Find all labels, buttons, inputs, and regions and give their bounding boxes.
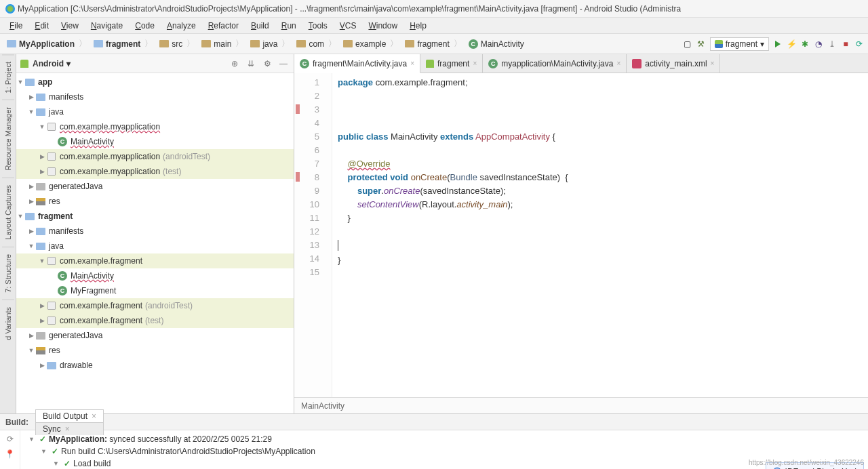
tree-twisty-icon[interactable]: ▶ bbox=[27, 183, 35, 190]
project-view-selector[interactable]: Android ▾ bbox=[33, 59, 71, 68]
tree-node-generatedjava[interactable]: ▶generatedJava bbox=[16, 328, 294, 343]
tree-node-drawable[interactable]: ▶drawable bbox=[16, 358, 294, 373]
menu-build[interactable]: Build bbox=[245, 19, 275, 33]
breadcrumb-main[interactable]: main〉 bbox=[199, 37, 246, 51]
tree-node-manifests[interactable]: ▶manifests bbox=[16, 89, 294, 104]
tree-twisty-icon[interactable]: ▼ bbox=[38, 258, 46, 264]
tree-twisty-icon[interactable]: ▶ bbox=[27, 94, 35, 100]
close-build-tab-icon[interactable]: × bbox=[92, 411, 96, 421]
close-tab-icon[interactable]: × bbox=[711, 60, 715, 67]
sidebar-tab-d-variants[interactable]: d Variants bbox=[2, 300, 14, 347]
tree-node-app[interactable]: ▼app bbox=[16, 75, 294, 89]
tree-twisty-icon[interactable]: ▼ bbox=[16, 213, 24, 220]
hide-panel-icon[interactable]: — bbox=[277, 58, 290, 70]
editor-breadcrumb-item[interactable]: MainActivity bbox=[301, 401, 344, 411]
code-line[interactable]: @Override bbox=[338, 157, 863, 171]
menu-help[interactable]: Help bbox=[404, 19, 432, 33]
twisty-icon[interactable]: ▼ bbox=[53, 457, 61, 469]
tree-node-java[interactable]: ▼java bbox=[16, 239, 294, 253]
tree-node-com-example-fragment[interactable]: ▶com.example.fragment(test) bbox=[16, 313, 294, 328]
breadcrumb-example[interactable]: example〉 bbox=[340, 37, 401, 51]
menu-navigate[interactable]: Navigate bbox=[85, 19, 128, 33]
menu-file[interactable]: File bbox=[4, 19, 28, 33]
code-line[interactable] bbox=[338, 103, 863, 117]
code-line[interactable]: } bbox=[338, 253, 863, 267]
tree-node-mainactivity[interactable]: CMainActivity bbox=[16, 134, 294, 149]
tree-twisty-icon[interactable]: ▶ bbox=[38, 153, 46, 160]
stop-button[interactable]: ■ bbox=[841, 39, 850, 49]
code-line[interactable] bbox=[338, 267, 863, 281]
tree-node-com-example-fragment[interactable]: ▶com.example.fragment(androidTest) bbox=[16, 298, 294, 313]
sidebar-tab-7-structure[interactable]: 7: Structure bbox=[2, 247, 14, 300]
menu-window[interactable]: Window bbox=[363, 19, 403, 33]
pin-icon[interactable]: 📍 bbox=[5, 449, 15, 459]
tree-twisty-icon[interactable]: ▶ bbox=[38, 317, 46, 324]
menu-edit[interactable]: Edit bbox=[29, 19, 54, 33]
tree-node-fragment[interactable]: ▼fragment bbox=[16, 209, 294, 224]
breadcrumb-mainactivity[interactable]: CMainActivity bbox=[466, 38, 527, 50]
scroll-to-source-icon[interactable]: ⊕ bbox=[229, 58, 241, 70]
close-tab-icon[interactable]: × bbox=[473, 60, 477, 67]
build-tab-build-output[interactable]: Build Output× bbox=[35, 409, 104, 422]
sidebar-tab-resource-manager[interactable]: Resource Manager bbox=[2, 100, 14, 178]
debug-button[interactable]: ✱ bbox=[800, 39, 810, 49]
twisty-icon[interactable]: ▼ bbox=[28, 433, 37, 445]
code-content[interactable]: package com.example.fragment; public cla… bbox=[332, 73, 868, 397]
tree-twisty-icon[interactable]: ▼ bbox=[16, 79, 24, 85]
code-line[interactable] bbox=[338, 225, 863, 239]
tree-node-myfragment[interactable]: CMyFragment bbox=[16, 283, 294, 298]
tree-node-generatedjava[interactable]: ▶generatedJava bbox=[16, 179, 294, 194]
sidebar-tab-1-project[interactable]: 1: Project bbox=[2, 54, 14, 100]
device-target-icon[interactable]: ▢ bbox=[683, 39, 692, 49]
breadcrumb-myapplication[interactable]: MyApplication〉 bbox=[4, 37, 90, 51]
code-line[interactable]: public class MainActivity extends AppCom… bbox=[338, 130, 863, 144]
code-line[interactable] bbox=[338, 239, 863, 253]
build-row[interactable]: ▼✓Run build C:\Users\Administrator\Andro… bbox=[26, 445, 863, 457]
attach-debugger-icon[interactable]: ⤓ bbox=[827, 39, 837, 49]
menu-view[interactable]: View bbox=[56, 19, 84, 33]
close-tab-icon[interactable]: × bbox=[410, 60, 414, 67]
hammer-build-icon[interactable]: ⚒ bbox=[696, 39, 706, 49]
project-tree[interactable]: ▼app▶manifests▼java▼com.example.myapplic… bbox=[16, 73, 294, 413]
tree-node-com-example-myapplication[interactable]: ▶com.example.myapplication(test) bbox=[16, 164, 294, 179]
code-line[interactable]: setContentView(R.layout.activity_main); bbox=[338, 198, 863, 211]
tree-twisty-icon[interactable]: ▶ bbox=[27, 228, 35, 234]
build-row[interactable]: ▼✓Load build bbox=[26, 457, 863, 469]
breadcrumb-src[interactable]: src〉 bbox=[157, 37, 197, 51]
build-row[interactable]: ▼✓MyApplication: synced successfully at … bbox=[26, 433, 863, 445]
tree-twisty-icon[interactable]: ▼ bbox=[27, 108, 35, 115]
sync-project-icon[interactable]: ⟳ bbox=[854, 39, 864, 49]
tree-node-res[interactable]: ▶res bbox=[16, 194, 294, 209]
tree-node-java[interactable]: ▼java bbox=[16, 104, 294, 119]
tree-node-com-example-myapplication[interactable]: ▶com.example.myapplication(androidTest) bbox=[16, 149, 294, 164]
build-output-tree[interactable]: ▼✓MyApplication: synced successfully at … bbox=[20, 430, 868, 469]
tree-node-res[interactable]: ▼res bbox=[16, 343, 294, 358]
apply-changes-icon[interactable]: ⚡ bbox=[787, 39, 796, 49]
breadcrumb-com[interactable]: com〉 bbox=[294, 37, 339, 51]
code-line[interactable]: super.onCreate(savedInstanceState); bbox=[338, 184, 863, 198]
code-line[interactable] bbox=[338, 117, 863, 130]
sidebar-tab-layout-captures[interactable]: Layout Captures bbox=[2, 178, 14, 247]
close-tab-icon[interactable]: × bbox=[616, 60, 620, 67]
menu-run[interactable]: Run bbox=[276, 19, 302, 33]
code-line[interactable]: protected void onCreate(Bundle savedInst… bbox=[338, 171, 863, 184]
tree-twisty-icon[interactable]: ▼ bbox=[27, 347, 35, 354]
tree-twisty-icon[interactable]: ▶ bbox=[38, 302, 46, 309]
code-line[interactable] bbox=[338, 89, 863, 103]
code-line[interactable] bbox=[338, 144, 863, 157]
tree-node-com-example-myapplication[interactable]: ▼com.example.myapplication bbox=[16, 119, 294, 134]
tree-twisty-icon[interactable]: ▼ bbox=[38, 123, 46, 130]
tree-twisty-icon[interactable]: ▶ bbox=[38, 168, 46, 175]
editor-tab-fragment[interactable]: fragment× bbox=[420, 54, 483, 73]
gear-icon[interactable]: ⚙ bbox=[261, 58, 273, 70]
breadcrumb-fragment[interactable]: fragment〉 bbox=[91, 37, 155, 51]
breadcrumb-fragment[interactable]: fragment〉 bbox=[402, 37, 464, 51]
code-line[interactable]: } bbox=[338, 211, 863, 225]
tree-node-mainactivity[interactable]: CMainActivity bbox=[16, 268, 294, 283]
menu-tools[interactable]: Tools bbox=[303, 19, 333, 33]
menu-code[interactable]: Code bbox=[130, 19, 160, 33]
tree-node-com-example-fragment[interactable]: ▼com.example.fragment bbox=[16, 253, 294, 268]
editor-tab-myapplication-mainactivity-java[interactable]: Cmyapplication\MainActivity.java× bbox=[483, 54, 627, 73]
tree-twisty-icon[interactable]: ▶ bbox=[27, 198, 35, 205]
tree-node-manifests[interactable]: ▶manifests bbox=[16, 224, 294, 239]
